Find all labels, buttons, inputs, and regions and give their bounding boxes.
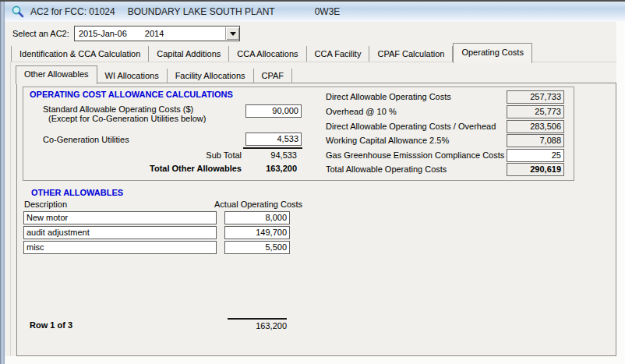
sub-tab-strip: Other Allowables WI Allocations Facility…	[16, 65, 292, 84]
subtab-other-allowables[interactable]: Other Allowables	[16, 65, 97, 84]
std-costs-note: (Except for Co-Generation Utilities belo…	[48, 114, 206, 123]
cost-input-row1[interactable]: 8,000	[224, 211, 290, 224]
std-costs-label: Standard Allowable Operating Costs ($)	[43, 104, 193, 114]
total-other-allowables-value: 163,200	[242, 164, 297, 173]
grand-total-value: 163,200	[232, 321, 287, 330]
other-allowables-heading: OTHER ALLOWABLES	[31, 188, 123, 197]
subtab-wi-allocations[interactable]: WI Allocations	[97, 69, 168, 83]
working-capital-field: 7,088	[507, 134, 564, 147]
app-window: AC2 for FCC: 01024 BOUNDARY LAKE SOUTH P…	[0, 0, 625, 364]
direct-allowable-field: 257,733	[507, 90, 564, 104]
tab-identification-cca-calculation[interactable]: Identification & CCA Calculation	[11, 46, 149, 62]
search-icon	[11, 5, 25, 19]
subtab-cpaf[interactable]: CPAF	[254, 69, 293, 83]
subtab-facility-allocations[interactable]: Facility Allocations	[168, 69, 254, 83]
titlebar: AC2 for FCC: 01024 BOUNDARY LAKE SOUTH P…	[5, 2, 625, 22]
direct-overhead-label: Direct Allowable Operating Costs / Overh…	[326, 122, 496, 131]
ghg-compliance-input[interactable]: 25	[507, 149, 564, 162]
main-tab-strip: Identification & CCA Calculation Capital…	[11, 43, 532, 63]
tab-cpaf-calculation[interactable]: CPAF Calculation	[369, 46, 453, 62]
cost-input-row3[interactable]: 5,500	[224, 241, 290, 254]
description-input-row2[interactable]: audit adjustment	[23, 226, 217, 239]
ac2-select-label: Select an AC2:	[12, 29, 69, 38]
ac2-combobox-date: 2015-Jan-06	[75, 29, 127, 38]
window-frame-left	[0, 2, 5, 364]
ac2-combobox-year: 2014	[141, 29, 164, 38]
calc-section-heading: OPERATING COST ALLOWANCE CALCULATIONS	[30, 90, 233, 99]
tab-capital-additions[interactable]: Capital Additions	[149, 46, 229, 62]
grand-total-line	[228, 318, 287, 320]
plant-code: 0W3E	[315, 6, 341, 17]
subtotal-label: Sub Total	[125, 150, 242, 160]
ghg-compliance-label: Gas Greenhouse Emisssion Compliance Cost…	[326, 150, 504, 160]
chevron-down-icon	[230, 32, 236, 36]
row-status: Row 1 of 3	[30, 320, 72, 330]
subtotal-line	[243, 147, 302, 149]
tab-cca-facility[interactable]: CCA Facility	[307, 46, 370, 62]
plant-name: BOUNDARY LAKE SOUTH PLANT	[128, 6, 275, 17]
cost-input-row2[interactable]: 149,700	[224, 226, 290, 239]
tab-cca-allocations[interactable]: CCA Allocations	[229, 46, 306, 62]
std-costs-input[interactable]: 90,000	[245, 104, 302, 118]
description-input-row3[interactable]: misc	[23, 241, 217, 254]
actual-costs-header: Actual Operating Costs	[214, 200, 302, 209]
description-input-row1[interactable]: New motor	[23, 211, 217, 224]
tab-operating-costs[interactable]: Operating Costs	[453, 43, 531, 63]
total-allowable-field: 290,619	[507, 163, 564, 176]
ac2-combobox[interactable]: 2015-Jan-06 2014	[74, 26, 240, 41]
description-header: Description	[24, 200, 67, 209]
subtotal-value: 94,533	[242, 150, 297, 160]
direct-allowable-label: Direct Allowable Operating Costs	[326, 92, 451, 101]
direct-overhead-field: 283,506	[507, 120, 564, 133]
window-title: AC2 for FCC: 01024	[30, 6, 115, 17]
cogen-label: Co-Generation Utilities	[43, 135, 129, 144]
total-allowable-label: Total Allowable Operating Costs	[326, 164, 447, 174]
overhead-field: 25,773	[507, 105, 564, 118]
working-capital-label: Working Capital Allowance 2.5%	[326, 136, 449, 145]
cogen-input[interactable]: 4,533	[245, 133, 302, 146]
overhead-label: Overhead @ 10 %	[326, 107, 397, 116]
combobox-dropdown-button[interactable]	[225, 27, 239, 40]
total-other-allowables-label: Total Other Allowables	[125, 164, 242, 173]
